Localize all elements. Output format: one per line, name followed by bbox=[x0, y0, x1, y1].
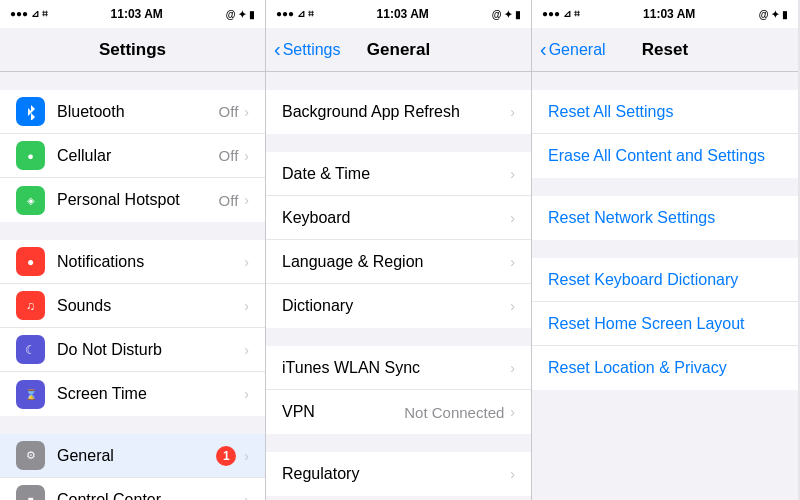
general-item-language[interactable]: Language & Region › bbox=[266, 240, 531, 284]
signal-icons-3: ●●● ⊿ ⌗ bbox=[542, 8, 580, 20]
general-nav-header: ‹ Settings General bbox=[266, 28, 531, 72]
status-icons-2: @ ✦ ▮ bbox=[492, 9, 521, 20]
gap-g4 bbox=[266, 434, 531, 452]
vpn-chevron: › bbox=[510, 404, 515, 420]
reset-section-2: Reset Network Settings bbox=[532, 196, 798, 240]
cellular-label: Cellular bbox=[57, 147, 219, 165]
reset-back-label: General bbox=[549, 41, 606, 59]
general-chevron: › bbox=[244, 448, 249, 464]
screentime-chevron: › bbox=[244, 386, 249, 402]
reset-back-button[interactable]: ‹ General bbox=[540, 38, 606, 61]
reset-item-location[interactable]: Reset Location & Privacy bbox=[532, 346, 798, 390]
gap-r3 bbox=[532, 240, 798, 258]
gap-g3 bbox=[266, 328, 531, 346]
general-item-regulatory[interactable]: Regulatory › bbox=[266, 452, 531, 496]
dnd-chevron: › bbox=[244, 342, 249, 358]
dictionary-chevron: › bbox=[510, 298, 515, 314]
hotspot-icon: ◈ bbox=[16, 186, 45, 215]
notifications-chevron: › bbox=[244, 254, 249, 270]
bg-refresh-chevron: › bbox=[510, 104, 515, 120]
general-section-3: iTunes WLAN Sync › VPN Not Connected › bbox=[266, 346, 531, 434]
reset-location-label: Reset Location & Privacy bbox=[548, 359, 727, 377]
dnd-label: Do Not Disturb bbox=[57, 341, 244, 359]
general-panel: ●●● ⊿ ⌗ 11:03 AM @ ✦ ▮ ‹ Settings Genera… bbox=[266, 0, 532, 500]
reset-item-network[interactable]: Reset Network Settings bbox=[532, 196, 798, 240]
settings-item-sounds[interactable]: ♫ Sounds › bbox=[0, 284, 265, 328]
settings-nav-header: Settings bbox=[0, 28, 265, 72]
time-3: 11:03 AM bbox=[643, 7, 695, 21]
reset-network-label: Reset Network Settings bbox=[548, 209, 715, 227]
reset-item-home-screen[interactable]: Reset Home Screen Layout bbox=[532, 302, 798, 346]
regulatory-chevron: › bbox=[510, 466, 515, 482]
reset-panel: ●●● ⊿ ⌗ 11:03 AM @ ✦ ▮ ‹ General Reset R… bbox=[532, 0, 798, 500]
general-icon: ⚙ bbox=[16, 441, 45, 470]
bluetooth-chevron: › bbox=[244, 104, 249, 120]
general-back-label: Settings bbox=[283, 41, 341, 59]
status-bar-2: ●●● ⊿ ⌗ 11:03 AM @ ✦ ▮ bbox=[266, 0, 531, 28]
settings-item-hotspot[interactable]: ◈ Personal Hotspot Off › bbox=[0, 178, 265, 222]
general-scroll[interactable]: Background App Refresh › Date & Time › K… bbox=[266, 72, 531, 500]
section-gap-3 bbox=[0, 416, 265, 434]
section-system: ● Notifications › ♫ Sounds › ☾ Do Not Di… bbox=[0, 240, 265, 416]
screentime-icon: ⌛ bbox=[16, 380, 45, 409]
dictionary-label: Dictionary bbox=[282, 297, 510, 315]
signal-icons: ●●● ⊿ ⌗ bbox=[10, 8, 48, 20]
reset-back-arrow-icon: ‹ bbox=[540, 38, 547, 61]
general-item-keyboard[interactable]: Keyboard › bbox=[266, 196, 531, 240]
general-back-button[interactable]: ‹ Settings bbox=[274, 38, 340, 61]
cellular-icon: ● bbox=[16, 141, 45, 170]
gap-r1 bbox=[532, 72, 798, 90]
section-gap-2 bbox=[0, 222, 265, 240]
settings-item-bluetooth[interactable]: Bluetooth Off › bbox=[0, 90, 265, 134]
settings-item-cellular[interactable]: ● Cellular Off › bbox=[0, 134, 265, 178]
erase-all-label: Erase All Content and Settings bbox=[548, 147, 765, 165]
gap-g5 bbox=[266, 496, 531, 500]
vpn-value: Not Connected bbox=[404, 404, 504, 421]
general-item-bg-refresh[interactable]: Background App Refresh › bbox=[266, 90, 531, 134]
settings-item-screentime[interactable]: ⌛ Screen Time › bbox=[0, 372, 265, 416]
general-item-itunes[interactable]: iTunes WLAN Sync › bbox=[266, 346, 531, 390]
time-2: 11:03 AM bbox=[377, 7, 429, 21]
keyboard-label: Keyboard bbox=[282, 209, 510, 227]
reset-scroll[interactable]: Reset All Settings Erase All Content and… bbox=[532, 72, 798, 500]
general-section-1: Background App Refresh › bbox=[266, 90, 531, 134]
general-section-4: Regulatory › bbox=[266, 452, 531, 496]
settings-item-notifications[interactable]: ● Notifications › bbox=[0, 240, 265, 284]
settings-item-general[interactable]: ⚙ General 1 › bbox=[0, 434, 265, 478]
sounds-label: Sounds bbox=[57, 297, 244, 315]
section-personalization: ⚙ General 1 › ■ Control Center › AA Disp… bbox=[0, 434, 265, 500]
reset-item-all-settings[interactable]: Reset All Settings bbox=[532, 90, 798, 134]
reset-keyboard-label: Reset Keyboard Dictionary bbox=[548, 271, 738, 289]
reset-section-3: Reset Keyboard Dictionary Reset Home Scr… bbox=[532, 258, 798, 390]
status-icons-1: @ ✦ ▮ bbox=[226, 9, 255, 20]
gap-g2 bbox=[266, 134, 531, 152]
datetime-chevron: › bbox=[510, 166, 515, 182]
bluetooth-value: Off bbox=[219, 103, 239, 120]
general-title: General bbox=[367, 40, 430, 60]
reset-nav-header: ‹ General Reset bbox=[532, 28, 798, 72]
section-gap bbox=[0, 72, 265, 90]
reset-home-label: Reset Home Screen Layout bbox=[548, 315, 745, 333]
general-item-dictionary[interactable]: Dictionary › bbox=[266, 284, 531, 328]
reset-item-erase-all[interactable]: Erase All Content and Settings bbox=[532, 134, 798, 178]
general-section-2: Date & Time › Keyboard › Language & Regi… bbox=[266, 152, 531, 328]
settings-item-control[interactable]: ■ Control Center › bbox=[0, 478, 265, 500]
keyboard-chevron: › bbox=[510, 210, 515, 226]
itunes-label: iTunes WLAN Sync bbox=[282, 359, 510, 377]
settings-panel: ●●● ⊿ ⌗ 11:03 AM @ ✦ ▮ Settings Bluetoot… bbox=[0, 0, 266, 500]
reset-item-keyboard-dict[interactable]: Reset Keyboard Dictionary bbox=[532, 258, 798, 302]
hotspot-value: Off bbox=[219, 192, 239, 209]
bluetooth-icon bbox=[16, 97, 45, 126]
gap-r4 bbox=[532, 390, 798, 408]
dnd-icon: ☾ bbox=[16, 335, 45, 364]
signal-icons-2: ●●● ⊿ ⌗ bbox=[276, 8, 314, 20]
settings-item-dnd[interactable]: ☾ Do Not Disturb › bbox=[0, 328, 265, 372]
cellular-chevron: › bbox=[244, 148, 249, 164]
general-item-datetime[interactable]: Date & Time › bbox=[266, 152, 531, 196]
settings-scroll[interactable]: Bluetooth Off › ● Cellular Off › ◈ Perso… bbox=[0, 72, 265, 500]
notifications-icon: ● bbox=[16, 247, 45, 276]
reset-all-label: Reset All Settings bbox=[548, 103, 673, 121]
language-label: Language & Region bbox=[282, 253, 510, 271]
section-connectivity: Bluetooth Off › ● Cellular Off › ◈ Perso… bbox=[0, 90, 265, 222]
general-item-vpn[interactable]: VPN Not Connected › bbox=[266, 390, 531, 434]
